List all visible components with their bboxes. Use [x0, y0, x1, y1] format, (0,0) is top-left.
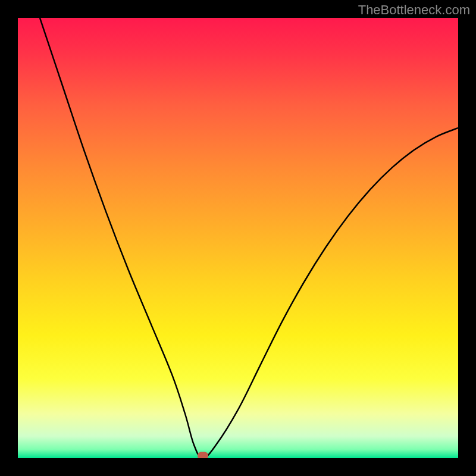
plot-area — [18, 18, 458, 458]
curve-svg — [18, 18, 458, 458]
bottleneck-curve — [40, 18, 458, 458]
watermark-text: TheBottleneck.com — [358, 2, 470, 18]
minimum-marker — [198, 452, 208, 459]
